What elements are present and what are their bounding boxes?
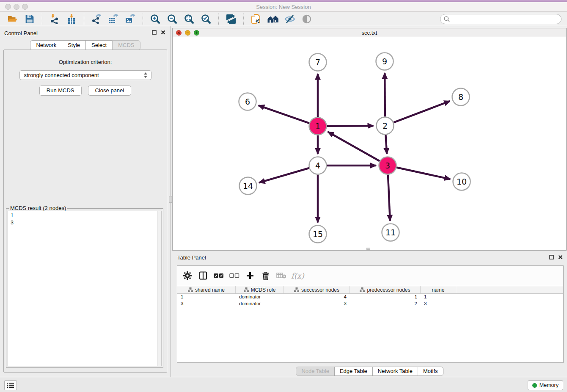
hide-graphics-details-icon[interactable]: [284, 13, 296, 25]
show-columns-icon[interactable]: [197, 270, 209, 281]
control-panel-header: Control Panel: [0, 26, 171, 38]
tab-motifs[interactable]: Motifs: [418, 367, 443, 376]
edge-2-3[interactable]: [385, 135, 387, 154]
tab-style[interactable]: Style: [62, 40, 86, 50]
save-session-icon[interactable]: [23, 13, 36, 25]
delete-table-icon-disabled: [275, 270, 287, 281]
mcds-result-title: MCDS result (2 nodes): [9, 205, 67, 211]
table-row[interactable]: 3dominator323: [177, 301, 563, 307]
edge-3-1[interactable]: [328, 132, 380, 161]
memory-label: Memory: [539, 382, 559, 388]
select-chevrons-icon: [144, 72, 148, 78]
toolbar-separator: [218, 14, 219, 25]
column-header-label: successor nodes: [301, 287, 339, 293]
network-window-title: scc.txt: [173, 30, 566, 36]
node-label-8: 8: [458, 92, 463, 102]
table-cell[interactable]: 3: [284, 301, 350, 307]
table-row[interactable]: 1dominator411: [177, 294, 563, 301]
node-table-container: f(x) shared nameMCDS rolesuccessor nodes…: [177, 265, 564, 363]
table-cell[interactable]: 1: [177, 294, 236, 301]
column-type-icon: [188, 287, 193, 292]
edge-3-10[interactable]: [396, 168, 450, 179]
task-history-button[interactable]: [4, 380, 17, 390]
memory-status-icon: [532, 383, 537, 388]
column-header-successor-nodes[interactable]: successor nodes: [284, 286, 350, 293]
edge-4-14[interactable]: [259, 168, 309, 182]
node-label-11: 11: [385, 228, 396, 237]
search-icon: [444, 16, 450, 22]
table-cell[interactable]: 3: [421, 301, 456, 307]
column-type-icon: [294, 287, 299, 292]
tab-mcds[interactable]: MCDS: [112, 40, 140, 50]
tab-network[interactable]: Network: [30, 40, 62, 50]
optimization-criterion-label: Optimization criterion:: [4, 59, 167, 65]
search-input[interactable]: [452, 16, 558, 22]
export-network-icon[interactable]: [90, 13, 103, 25]
network-canvas[interactable]: 1234678910111415: [173, 37, 566, 250]
select-all-icon[interactable]: [213, 270, 225, 281]
network-graph[interactable]: 1234678910111415: [173, 37, 566, 250]
import-table-icon[interactable]: [65, 13, 78, 25]
tab-node-table[interactable]: Node Table: [296, 367, 335, 376]
table-cell[interactable]: 4: [284, 294, 350, 301]
edge-2-8[interactable]: [394, 101, 450, 123]
main-toolbar: [0, 12, 567, 26]
edge-1-2[interactable]: [327, 126, 373, 126]
home-view-icon[interactable]: [267, 13, 279, 25]
edge-1-6[interactable]: [259, 105, 309, 123]
float-panel-icon[interactable]: [152, 30, 157, 35]
export-image-icon[interactable]: [124, 13, 137, 25]
table-cell[interactable]: dominator: [236, 294, 284, 301]
table-body: 1dominator4113dominator323: [177, 294, 563, 307]
deselect-all-icon[interactable]: [228, 270, 240, 281]
refresh-layout-icon[interactable]: [225, 13, 237, 25]
column-header-label: shared name: [195, 287, 225, 293]
table-cell[interactable]: 1: [350, 294, 421, 301]
close-panel-button[interactable]: Close panel: [88, 86, 132, 96]
memory-button[interactable]: Memory: [528, 380, 563, 390]
birds-eye-view-icon[interactable]: [300, 13, 313, 25]
column-header-MCDS-role[interactable]: MCDS role: [236, 286, 284, 293]
column-header-predecessor-nodes[interactable]: predecessor nodes: [350, 286, 421, 293]
table-header-row: shared nameMCDS rolesuccessor nodesprede…: [177, 286, 563, 294]
create-column-icon[interactable]: [244, 270, 256, 281]
table-panel-title: Table Panel: [177, 254, 206, 261]
status-bar: Memory: [0, 377, 567, 392]
column-header-shared-name[interactable]: shared name: [177, 286, 236, 293]
float-panel-icon[interactable]: [549, 255, 554, 259]
zoom-in-icon[interactable]: [149, 13, 162, 25]
close-panel-icon[interactable]: [558, 255, 563, 259]
search-field[interactable]: [440, 14, 561, 24]
zoom-fit-icon[interactable]: [183, 13, 195, 25]
node-table: shared nameMCDS rolesuccessor nodesprede…: [177, 286, 563, 362]
clone-network-icon[interactable]: [250, 13, 262, 25]
close-panel-icon[interactable]: [161, 30, 165, 35]
column-type-icon: [244, 287, 249, 292]
table-cell[interactable]: 2: [350, 301, 421, 307]
import-network-icon[interactable]: [48, 13, 61, 25]
open-session-icon[interactable]: [6, 13, 19, 25]
mcds-result-text[interactable]: 1 3: [8, 211, 162, 366]
canvas-resize-grip[interactable]: [366, 248, 370, 250]
window-title: Session: New Session: [0, 4, 567, 10]
table-cell[interactable]: 3: [177, 301, 236, 307]
scrollbar-track[interactable]: [157, 211, 161, 366]
node-label-7: 7: [315, 58, 320, 67]
table-cell[interactable]: 1: [421, 294, 456, 301]
run-mcds-button[interactable]: Run MCDS: [39, 86, 82, 96]
tab-network-table[interactable]: Network Table: [372, 367, 418, 376]
network-window-titlebar[interactable]: ✕ − + scc.txt: [173, 28, 566, 37]
edge-2-9[interactable]: [385, 73, 385, 116]
tab-edge-table[interactable]: Edge Table: [334, 367, 373, 376]
column-header-label: predecessor nodes: [367, 287, 410, 293]
zoom-out-icon[interactable]: [166, 13, 179, 25]
zoom-selected-icon[interactable]: [200, 13, 212, 25]
delete-column-icon[interactable]: [260, 270, 272, 281]
table-cell[interactable]: dominator: [236, 301, 284, 307]
optimization-criterion-select[interactable]: strongly connected component: [19, 70, 151, 80]
export-table-icon[interactable]: [107, 13, 120, 25]
edge-3-11[interactable]: [388, 174, 390, 221]
table-mode-gear-icon[interactable]: [182, 270, 193, 281]
column-header-name[interactable]: name: [421, 286, 456, 293]
tab-select[interactable]: Select: [85, 40, 113, 50]
